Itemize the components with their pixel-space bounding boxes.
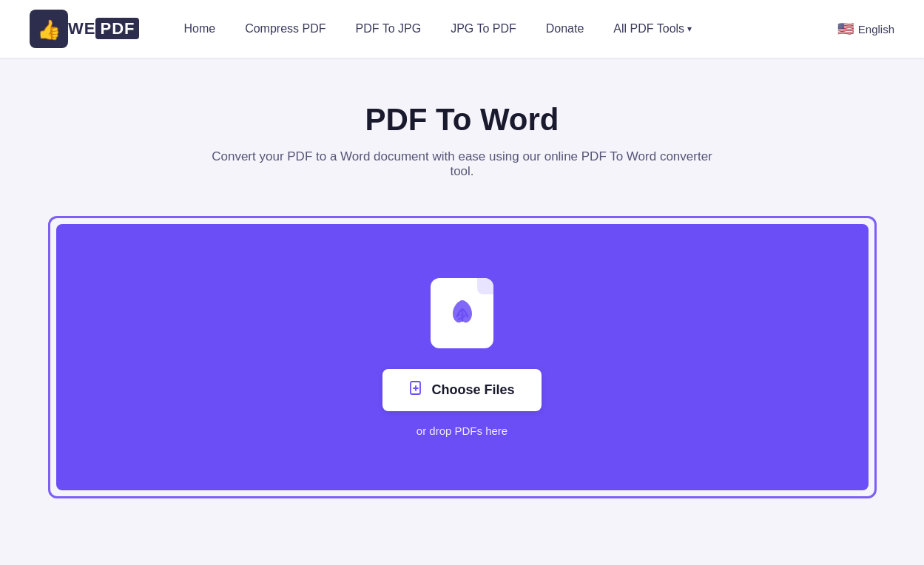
acrobat-icon (445, 294, 479, 331)
flag-icon: 🇺🇸 (837, 21, 854, 37)
page-title: PDF To Word (365, 102, 559, 138)
nav-pdf-to-jpg[interactable]: PDF To JPG (356, 22, 422, 35)
nav-compress-pdf[interactable]: Compress PDF (245, 22, 326, 35)
nav-jpg-to-pdf[interactable]: JPG To PDF (451, 22, 516, 35)
pdf-file-icon (431, 278, 493, 348)
logo-text: WEPDF (68, 19, 139, 38)
svg-text:👍: 👍 (37, 18, 61, 41)
chevron-down-icon: ▾ (687, 24, 692, 34)
nav-all-pdf-tools[interactable]: All PDF Tools ▾ (613, 22, 692, 35)
dropzone[interactable]: Choose Files or drop PDFs here (56, 224, 869, 490)
page-subtitle: Convert your PDF to a Word document with… (203, 149, 721, 179)
main-nav: Home Compress PDF PDF To JPG JPG To PDF … (183, 22, 837, 35)
language-label: English (858, 23, 894, 35)
logo-icon: 👍 (30, 10, 68, 48)
add-file-icon (409, 381, 424, 399)
nav-home[interactable]: Home (183, 22, 215, 35)
nav-donate[interactable]: Donate (546, 22, 584, 35)
language-selector[interactable]: 🇺🇸 English (837, 21, 894, 37)
choose-files-label: Choose Files (431, 382, 514, 398)
choose-files-button[interactable]: Choose Files (382, 369, 541, 411)
drop-hint-text: or drop PDFs here (417, 424, 507, 437)
logo[interactable]: 👍 WEPDF (30, 10, 139, 48)
dropzone-wrapper: Choose Files or drop PDFs here (48, 216, 877, 498)
